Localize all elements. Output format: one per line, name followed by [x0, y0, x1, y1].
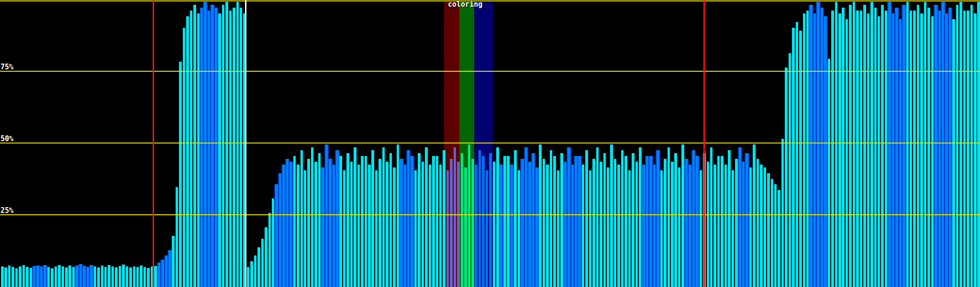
bar: [58, 265, 61, 287]
gridline: [0, 214, 980, 215]
bar: [254, 255, 257, 287]
bar: [846, 19, 848, 287]
bar: [835, 2, 838, 287]
bar: [97, 267, 100, 287]
bar: [425, 147, 428, 287]
bar: [111, 266, 114, 287]
bar: [831, 11, 834, 287]
bar: [44, 265, 46, 287]
bar: [824, 16, 827, 287]
bar: [129, 267, 132, 287]
bar: [90, 265, 93, 287]
bar: [144, 267, 146, 287]
bar: [757, 159, 759, 287]
bar: [963, 11, 966, 287]
bar: [457, 162, 460, 287]
bar: [518, 170, 521, 287]
bar: [781, 139, 784, 287]
bar: [436, 156, 439, 287]
bar: [927, 8, 930, 287]
ytick-label-25: 25%: [0, 207, 13, 214]
bar: [607, 167, 610, 287]
bar: [190, 11, 193, 287]
bar: [257, 247, 260, 287]
bar: [657, 150, 659, 287]
bar: [411, 156, 413, 287]
bar: [610, 144, 613, 287]
bar: [446, 170, 449, 287]
bar: [468, 144, 471, 287]
bar: [119, 266, 122, 287]
bar: [76, 265, 78, 287]
bar: [689, 165, 691, 287]
bar: [346, 153, 349, 287]
bar: [789, 53, 791, 287]
bar: [450, 159, 453, 287]
bar: [136, 267, 139, 287]
bar: [350, 162, 353, 287]
bar: [511, 165, 513, 287]
bar: [357, 165, 360, 287]
bar: [55, 266, 57, 287]
bar: [589, 170, 592, 287]
bar: [471, 159, 474, 287]
bar: [390, 153, 392, 287]
bar: [778, 190, 780, 287]
bar: [899, 19, 902, 287]
bar: [26, 267, 29, 287]
bar: [290, 162, 292, 287]
bar: [503, 156, 506, 287]
bar: [215, 8, 218, 287]
bar: [707, 162, 710, 287]
bar: [176, 187, 178, 287]
white-marker-line: [245, 0, 246, 287]
bar: [967, 11, 969, 287]
bar: [917, 5, 920, 287]
bar: [660, 170, 663, 287]
bar: [336, 150, 339, 287]
bar: [735, 159, 738, 287]
bar: [810, 5, 813, 287]
bar: [400, 159, 403, 287]
bar: [461, 153, 464, 287]
bar: [546, 165, 549, 287]
bar: [771, 179, 774, 287]
bar: [382, 147, 385, 287]
bar: [8, 265, 11, 287]
bar: [65, 267, 68, 287]
bar: [204, 2, 207, 287]
bar: [749, 167, 752, 287]
bar: [314, 162, 317, 287]
bar: [282, 165, 285, 287]
bar: [454, 147, 457, 287]
bar: [974, 13, 977, 287]
bar: [165, 255, 168, 287]
bar: [51, 268, 54, 287]
bar: [874, 8, 877, 287]
bar: [375, 170, 378, 287]
bar: [496, 147, 499, 287]
bar: [696, 156, 699, 287]
gridline: [0, 0, 980, 1]
bar: [617, 165, 620, 287]
bar: [240, 8, 243, 287]
bar: [920, 13, 923, 287]
bar: [803, 13, 806, 287]
bar: [767, 173, 770, 287]
bar: [913, 11, 916, 287]
bar: [792, 28, 795, 287]
bar: [764, 167, 767, 287]
bar: [799, 31, 802, 287]
bar: [628, 170, 631, 287]
bar: [856, 11, 859, 287]
bar: [681, 144, 684, 287]
bar: [817, 2, 820, 287]
bar: [339, 156, 342, 287]
bar: [560, 153, 563, 287]
bar: [464, 167, 467, 287]
bar: [717, 156, 720, 287]
bar: [87, 267, 89, 287]
gridline: [0, 143, 980, 144]
bar: [902, 5, 905, 287]
bar: [183, 28, 186, 287]
